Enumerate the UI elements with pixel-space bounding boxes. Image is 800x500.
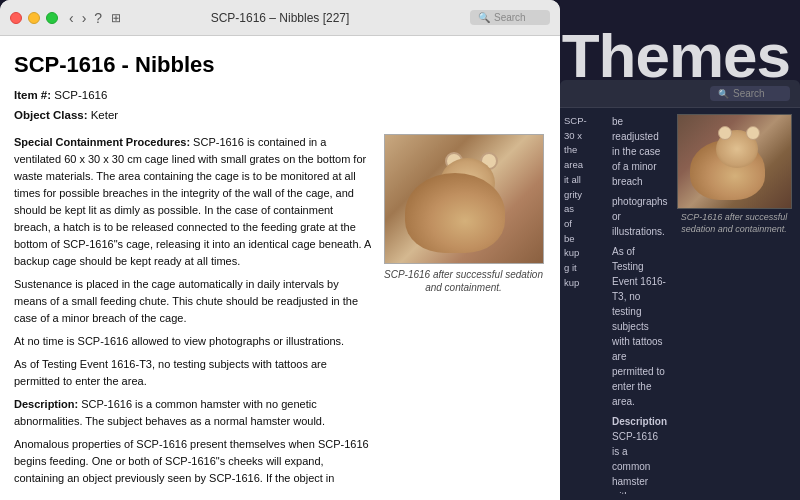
search-icon: 🔍 [478, 12, 490, 23]
main-window: ‹ › ? ⊞ SCP-1616 – Nibbles [227] 🔍 Searc… [0, 0, 560, 500]
close-button[interactable] [10, 12, 22, 24]
content-area: SCP-1616 - Nibbles Item #: SCP-1616 Obje… [0, 36, 560, 500]
para-containment: Special Containment Procedures: SCP-1616… [14, 134, 371, 270]
item-number-line: Item #: SCP-1616 [14, 87, 546, 104]
dark-desc-label: Description: [612, 416, 668, 427]
para-testing: As of Testing Event 1616-T3, no testing … [14, 356, 371, 390]
image-column: SCP-1616 after successful sedation and c… [381, 134, 546, 489]
description-label: Description: [14, 398, 78, 410]
item-number: SCP-1616 [54, 89, 107, 101]
object-class-label: Object Class: [14, 109, 88, 121]
hamster-body [405, 173, 505, 253]
dark-para-testing: As of Testing Event 1616-T3, no testing … [612, 244, 668, 409]
help-button[interactable]: ? [91, 11, 105, 25]
text-column: Special Containment Procedures: SCP-1616… [14, 134, 371, 489]
search-placeholder: Search [494, 12, 526, 23]
dark-para-photos: photographs or illustrations. [612, 194, 668, 239]
second-window: 🔍 Search SCP- 30 x the area it all grity… [560, 80, 800, 500]
dark-scp-image [677, 114, 792, 209]
content-body: Special Containment Procedures: SCP-1616… [14, 134, 546, 489]
page-title: SCP-1616 - Nibbles [14, 48, 546, 81]
scp-image [384, 134, 544, 264]
item-number-label: Item #: [14, 89, 51, 101]
dark-image-column: SCP-1616 after successful sedation and c… [674, 114, 794, 494]
back-button[interactable]: ‹ [66, 11, 77, 25]
traffic-lights [10, 12, 58, 24]
themes-label: Themes [562, 20, 790, 91]
para-description: Description: SCP-1616 is a common hamste… [14, 396, 371, 430]
window-title: SCP-1616 – Nibbles [227] [211, 11, 350, 25]
titlebar: ‹ › ? ⊞ SCP-1616 – Nibbles [227] 🔍 Searc… [0, 0, 560, 36]
object-class: Keter [91, 109, 119, 121]
image-caption: SCP-1616 after successful sedation and c… [384, 268, 544, 294]
dark-content: be readjusted in the case of a minor bre… [612, 108, 800, 500]
minimize-button[interactable] [28, 12, 40, 24]
para-anomalous: Anomalous properties of SCP-1616 present… [14, 436, 371, 488]
titlebar-right: 🔍 Search [470, 10, 550, 25]
containment-label: Special Containment Procedures: [14, 136, 190, 148]
nav-buttons: ‹ › ? [66, 11, 105, 25]
hamster-background [385, 135, 543, 263]
dark-image-caption: SCP-1616 after successful sedation and c… [677, 212, 792, 235]
sidebar-toggle-icon[interactable]: ⊞ [111, 11, 121, 25]
dark-text-column: be readjusted in the case of a minor bre… [612, 114, 668, 494]
dark-hamster-ear-left [718, 126, 732, 140]
para-sustenance: Sustenance is placed in the cage automat… [14, 276, 371, 327]
dark-para-description: Description: SCP-1616 is a common hamste… [612, 414, 668, 494]
object-class-line: Object Class: Keter [14, 107, 546, 124]
para-photos: At no time is SCP-1616 allowed to view p… [14, 333, 371, 350]
search-box[interactable]: 🔍 Search [470, 10, 550, 25]
dark-hamster-ear-right [746, 126, 760, 140]
right-panel: Themes 🔍 Search SCP- 30 x the area it al… [560, 0, 800, 500]
partial-left-text: SCP- 30 x the area it all grity as of be… [560, 108, 612, 500]
dark-para-breach: be readjusted in the case of a minor bre… [612, 114, 668, 189]
maximize-button[interactable] [46, 12, 58, 24]
forward-button[interactable]: › [79, 11, 90, 25]
